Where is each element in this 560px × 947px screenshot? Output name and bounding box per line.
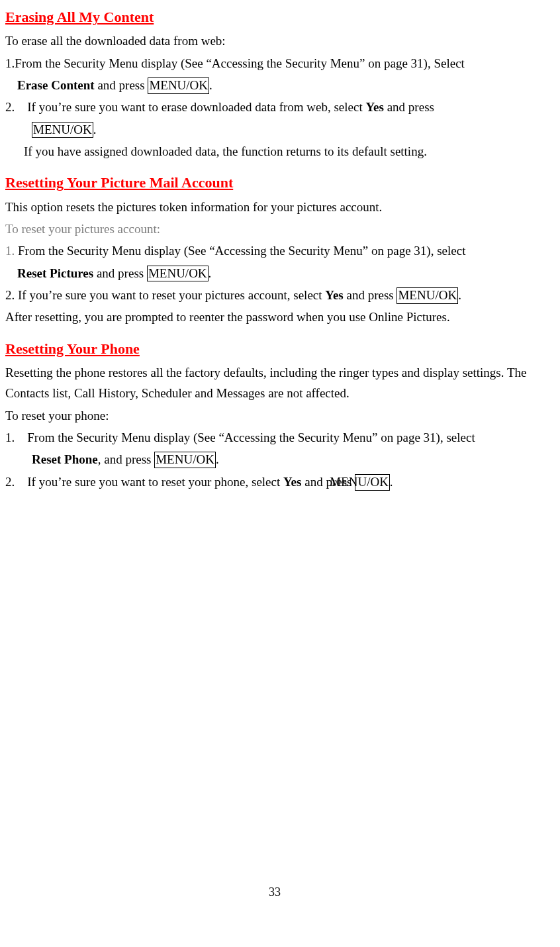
- s2-step1-b: and press: [93, 266, 147, 280]
- menu-ok-box: MENU/OK: [32, 122, 93, 138]
- heading-erasing: Erasing All My Content: [5, 5, 544, 29]
- s1-step2-line2: MENU/OK.: [5, 119, 544, 140]
- s2-step1-c: .: [209, 266, 212, 280]
- s3-step2-c: .: [390, 475, 393, 489]
- s2-step2-b: and press: [344, 288, 397, 302]
- s2-step2-c: .: [458, 288, 461, 302]
- menu-ok-box: MENU/OK: [148, 77, 209, 94]
- s1-step1-b: and press: [95, 78, 148, 92]
- s3-sub: To reset your phone:: [5, 405, 544, 426]
- s2-step1-line1: 1. From the Security Menu display (See “…: [5, 240, 544, 261]
- page-number: 33: [5, 883, 544, 903]
- s1-step2-num: 2.: [5, 100, 15, 114]
- menu-ok-box: MENU/OK: [154, 452, 216, 468]
- reset-phone-bold: Reset Phone: [32, 452, 98, 466]
- yes-bold: Yes: [365, 100, 383, 114]
- yes-bold: Yes: [325, 288, 343, 302]
- s3-intro: Resetting the phone restores all the fac…: [5, 362, 544, 404]
- s3-step2: 2. If you’re sure you want to reset your…: [5, 472, 544, 492]
- s3-step1-line2: Reset Phone, and press MENU/OK.: [5, 449, 544, 470]
- s1-step2-a: If you’re sure you want to erase downloa…: [27, 100, 365, 114]
- yes-bold: Yes: [283, 475, 301, 489]
- s2-step2-a: If you’re sure you want to reset your pi…: [18, 288, 325, 302]
- s3-step1-a: From the Security Menu display (See “Acc…: [27, 430, 475, 444]
- s3-step2-num: 2.: [5, 475, 15, 489]
- heading-picture-mail: Resetting Your Picture Mail Account: [5, 171, 544, 195]
- s1-step2-b: and press: [384, 100, 434, 114]
- s1-intro: To erase all the downloaded data from we…: [5, 30, 544, 51]
- erase-content-bold: Erase Content: [17, 78, 95, 92]
- s1-bullet-text: If you have assigned downloaded data, th…: [24, 144, 427, 158]
- s1-step2-c: .: [93, 123, 97, 136]
- s1-step2-line1: 2. If you’re sure you want to erase down…: [5, 97, 544, 117]
- s1-step1-line1: 1.From the Security Menu display (See “A…: [5, 53, 544, 74]
- s3-step1-b: , and press: [98, 452, 154, 466]
- menu-ok-box: MENU/OK: [397, 287, 458, 304]
- s2-after: After resetting, you are prompted to ree…: [5, 307, 544, 327]
- s3-step1-line1: 1. From the Security Menu display (See “…: [5, 427, 544, 448]
- s2-step1-line2: Reset Pictures and press MENU/OK.: [5, 263, 544, 283]
- s2-step1-a: From the Security Menu display (See “Acc…: [18, 244, 465, 258]
- s2-sub: To reset your pictures account:: [5, 219, 544, 239]
- menu-ok-box: MENU/OK: [355, 474, 390, 491]
- reset-pictures-bold: Reset Pictures: [17, 266, 93, 280]
- menu-ok-box: MENU/OK: [147, 266, 209, 282]
- s3-step1-c: .: [216, 452, 219, 466]
- s2-step1-num: 1.: [5, 244, 18, 258]
- heading-reset-phone: Resetting Your Phone: [5, 337, 544, 361]
- s3-step2-a: If you’re sure you want to reset your ph…: [27, 475, 283, 489]
- s2-intro: This option resets the pictures token in…: [5, 197, 544, 217]
- s3-step1-num: 1.: [5, 430, 15, 444]
- s1-bullet: If you have assigned downloaded data, th…: [5, 141, 544, 162]
- s1-step1-c: .: [209, 78, 212, 92]
- s2-step2: 2. If you’re sure you want to reset your…: [5, 285, 544, 305]
- s2-step2-num: 2.: [5, 288, 18, 302]
- s1-step1-line2: Erase Content and press MENU/OK.: [5, 75, 544, 95]
